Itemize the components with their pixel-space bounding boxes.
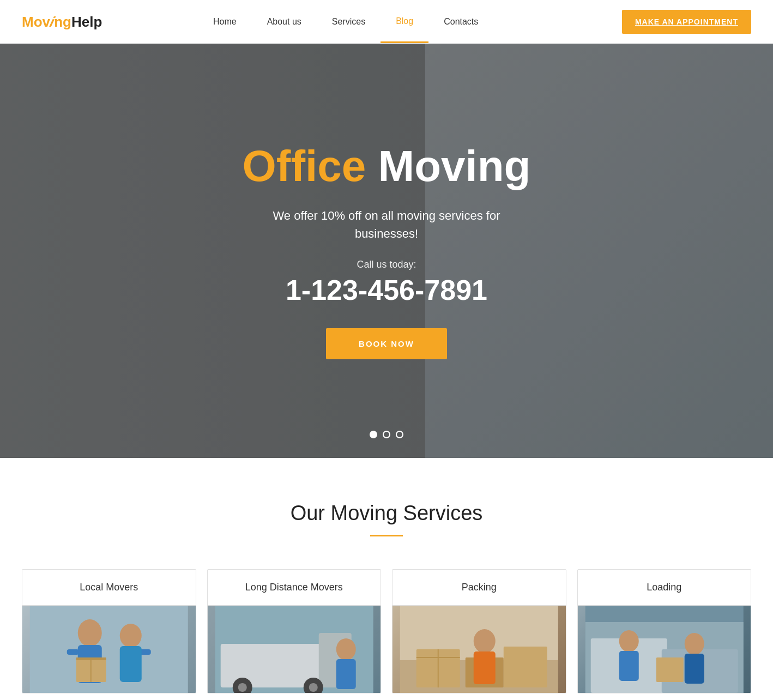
slider-dots — [370, 431, 403, 438]
hero-call-label: Call us today: — [243, 259, 531, 270]
service-card-local-movers-title: Local Movers — [22, 570, 196, 606]
svg-point-14 — [238, 683, 246, 692]
nav-item-about[interactable]: About us — [252, 2, 317, 42]
logo-dark-text: Help — [71, 14, 102, 31]
service-card-local-movers: Local Movers — [22, 569, 196, 693]
hero-title: Office Moving — [243, 142, 531, 190]
book-now-button[interactable]: BOOK NOW — [326, 328, 447, 359]
svg-rect-25 — [504, 647, 547, 687]
hero-title-white: Moving — [378, 142, 530, 190]
navbar: Moving Help Home About us Services Blog … — [0, 0, 773, 44]
make-appointment-button[interactable]: MAKE AN APPOINTMENT — [622, 10, 751, 34]
slider-dot-2[interactable] — [383, 431, 390, 438]
svg-point-17 — [336, 638, 355, 660]
svg-point-26 — [474, 629, 496, 653]
services-title: Our Moving Services — [22, 502, 751, 525]
nav-link-blog[interactable]: Blog — [381, 1, 428, 43]
nav-item-services[interactable]: Services — [317, 2, 381, 42]
service-card-long-distance-movers-title: Long Distance Movers — [208, 570, 381, 606]
nav-item-blog[interactable]: Blog — [381, 1, 428, 43]
service-card-long-distance-movers-image — [208, 606, 381, 693]
svg-rect-18 — [336, 659, 355, 689]
service-card-long-distance-movers: Long Distance Movers — [207, 569, 382, 693]
svg-rect-33 — [619, 651, 638, 681]
service-card-local-movers-image — [22, 606, 196, 693]
nav-link-contacts[interactable]: Contacts — [428, 2, 493, 42]
hero-subtitle: We offer 10% off on all moving services … — [250, 207, 523, 243]
services-divider — [370, 535, 403, 536]
svg-point-16 — [309, 683, 317, 692]
service-card-loading-title: Loading — [578, 570, 751, 606]
service-card-packing: Packing — [392, 569, 566, 693]
svg-rect-27 — [474, 651, 496, 684]
nav-item-contacts[interactable]: Contacts — [428, 2, 493, 42]
hero-section: Office Moving We offer 10% off on all mo… — [0, 44, 773, 458]
svg-point-32 — [619, 630, 638, 652]
svg-rect-0 — [30, 606, 188, 693]
hero-phone: 1-123-456-7891 — [243, 274, 531, 306]
logo-orange-text: Moving — [22, 14, 71, 31]
nav-links: Home About us Services Blog Contacts — [198, 1, 493, 43]
hero-content: Office Moving We offer 10% off on all mo… — [243, 142, 531, 359]
logo[interactable]: Moving Help — [22, 14, 102, 31]
service-card-packing-image — [392, 606, 566, 693]
hero-title-orange: Office — [243, 142, 366, 190]
service-card-loading: Loading — [577, 569, 752, 693]
svg-point-1 — [78, 619, 102, 647]
slider-dot-1[interactable] — [370, 431, 377, 438]
services-grid: Local Movers — [22, 569, 751, 693]
nav-link-home[interactable]: Home — [198, 2, 252, 42]
cta-wrapper: MAKE AN APPOINTMENT — [622, 17, 751, 27]
slider-dot-3[interactable] — [396, 431, 403, 438]
nav-item-home[interactable]: Home — [198, 2, 252, 42]
svg-rect-6 — [120, 646, 142, 682]
svg-rect-3 — [67, 649, 79, 655]
service-card-loading-image — [578, 606, 751, 693]
svg-point-5 — [120, 624, 142, 648]
nav-link-about[interactable]: About us — [252, 2, 317, 42]
nav-link-services[interactable]: Services — [317, 2, 381, 42]
service-card-packing-title: Packing — [392, 570, 566, 606]
svg-rect-36 — [656, 657, 683, 682]
svg-rect-35 — [684, 654, 704, 684]
services-section: Our Moving Services Local Movers — [0, 458, 773, 693]
svg-point-34 — [684, 633, 704, 655]
